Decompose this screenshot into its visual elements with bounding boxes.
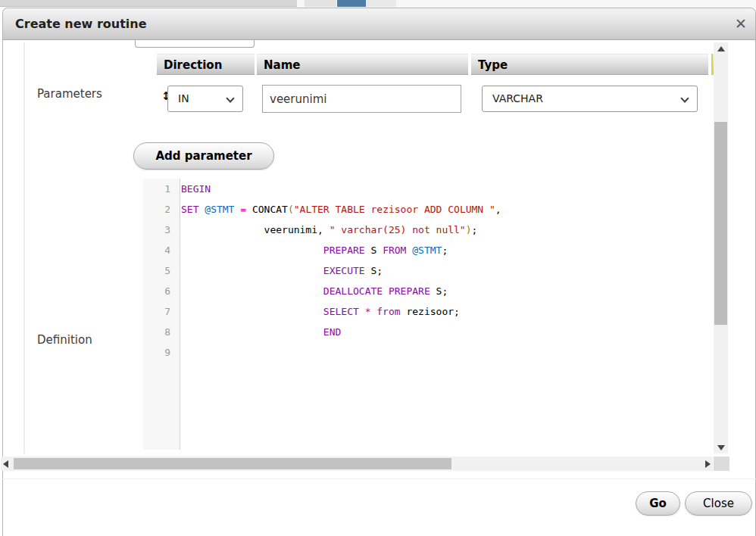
direction-select-value: IN	[178, 92, 189, 104]
screen: Create new routine ✕ Direction Name Type…	[0, 0, 756, 536]
header-direction: Direction	[157, 54, 255, 75]
type-select-value: VARCHAR	[492, 92, 543, 104]
horizontal-scrollbar[interactable]	[1, 457, 713, 471]
chevron-down-icon	[226, 94, 234, 102]
create-routine-dialog: Create new routine ✕ Direction Name Type…	[2, 8, 756, 536]
code-editor[interactable]: 1BEGIN2SET @STMT = CONCAT("ALTER TABLE r…	[143, 179, 711, 450]
scrollbar-corner	[714, 457, 729, 471]
vertical-scrollbar-thumb[interactable]	[714, 122, 727, 325]
scroll-left-icon[interactable]	[1, 457, 11, 471]
direction-select[interactable]: IN	[167, 86, 243, 112]
header-name: Name	[257, 54, 468, 75]
scroll-up-icon[interactable]	[714, 42, 728, 55]
header-type: Type	[471, 54, 708, 75]
scroll-down-icon[interactable]	[714, 441, 728, 453]
dialog-title: Create new routine	[15, 17, 147, 31]
add-parameter-button[interactable]: Add parameter	[133, 142, 274, 170]
page-background-segment	[305, 0, 336, 7]
parameter-name-input[interactable]	[262, 85, 461, 113]
page-background-segment-2	[366, 0, 396, 7]
horizontal-scrollbar-thumb[interactable]	[14, 458, 451, 469]
close-icon[interactable]: ✕	[731, 14, 751, 34]
type-select[interactable]: VARCHAR	[482, 86, 698, 112]
page-background-toolbar	[0, 0, 297, 7]
scroll-right-icon[interactable]	[702, 457, 713, 471]
code-editor-lines: 1BEGIN2SET @STMT = CONCAT("ALTER TABLE r…	[143, 179, 711, 363]
close-button[interactable]: Close	[685, 491, 752, 516]
chevron-down-icon	[680, 94, 689, 102]
dialog-titlebar[interactable]: Create new routine ✕	[3, 8, 755, 40]
scrolled-out-field	[135, 40, 255, 48]
vertical-scrollbar[interactable]	[714, 42, 728, 453]
page-background-strip	[0, 0, 756, 8]
definition-label: Definition	[37, 333, 92, 347]
page-background-blue-button	[337, 0, 366, 7]
footer-divider	[2, 478, 756, 479]
parameters-label: Parameters	[37, 87, 102, 101]
content-left-edge	[23, 42, 25, 453]
go-button[interactable]: Go	[636, 491, 680, 516]
